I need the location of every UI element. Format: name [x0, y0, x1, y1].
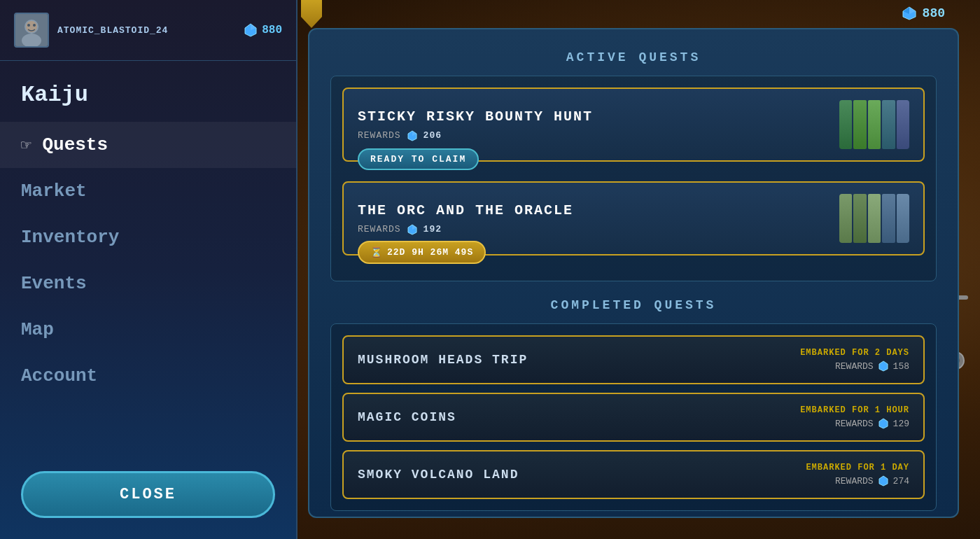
completed-title-1: MUSHROOM HEADS TRIP: [358, 353, 528, 367]
svg-point-8: [33, 24, 36, 27]
completed-title-2: MAGIC COINS: [358, 410, 456, 424]
sidebar-item-kaiju[interactable]: Kaiju: [0, 68, 296, 122]
ready-to-claim-badge[interactable]: READY TO CLAIM: [358, 148, 479, 170]
top-gem-area: 880: [902, 6, 945, 21]
sidebar-item-market[interactable]: Market: [0, 168, 296, 214]
thumb2-col-2: [853, 194, 866, 243]
sidebar-item-account[interactable]: Account: [0, 353, 296, 399]
rewards-value-1: 206: [424, 130, 442, 141]
hourglass-icon: ⏳: [370, 246, 383, 258]
embarked-label-2: EMBARKED FOR 1 HOUR: [800, 405, 909, 415]
quest-rewards-1: REWARDS 206: [358, 130, 828, 141]
main-content: ACTIVE QUESTS STICKY RISKY BOUNTY HUNT R…: [308, 28, 959, 518]
quest-card-1[interactable]: STICKY RISKY BOUNTY HUNT REWARDS 206 REA…: [342, 88, 925, 162]
completed-crystal-icon-2: [878, 418, 889, 429]
embarked-label-3: EMBARKED FOR 1 DAY: [806, 463, 909, 472]
reward-crystal-icon-1: [407, 130, 418, 141]
avatar-image: [15, 14, 48, 46]
completed-right-3: EMBARKED FOR 1 DAY REWARDS 274: [806, 463, 909, 486]
sidebar-item-inventory[interactable]: Inventory: [0, 214, 296, 260]
header-crystal-count: 880: [244, 23, 282, 37]
thumb-col-1: [839, 100, 852, 149]
sidebar-item-map[interactable]: Map: [0, 307, 296, 353]
events-label: Events: [21, 273, 87, 294]
quest-title-2: THE ORC AND THE ORACLE: [358, 202, 828, 218]
quests-icon: ☞: [21, 135, 31, 155]
header-crystal-num: 880: [262, 24, 282, 36]
completed-crystal-icon-3: [878, 475, 889, 486]
quest-title-1: STICKY RISKY BOUNTY HUNT: [358, 108, 828, 125]
sidebar-item-events[interactable]: Events: [0, 260, 296, 307]
completed-rewards-1: REWARDS 158: [800, 360, 909, 372]
completed-rewards-2: REWARDS 129: [800, 418, 909, 429]
completed-card-1[interactable]: MUSHROOM HEADS TRIP EMBARKED FOR 2 DAYS …: [342, 335, 925, 384]
quests-label: Quests: [42, 134, 108, 155]
sidebar-item-quests[interactable]: ☞ Quests: [0, 122, 296, 168]
thumb2-col-1: [839, 194, 852, 243]
map-label: Map: [21, 319, 54, 340]
completed-card-2[interactable]: MAGIC COINS EMBARKED FOR 1 HOUR REWARDS …: [342, 393, 925, 442]
svg-marker-17: [879, 476, 888, 486]
completed-rewards-3: REWARDS 274: [806, 475, 909, 486]
completed-rewards-value-1: 158: [893, 361, 909, 372]
completed-rewards-text-2: REWARDS: [835, 419, 874, 429]
completed-rewards-value-2: 129: [893, 419, 909, 429]
sidebar: ATOMIC_BLASTOID_24 880 Kaiju ☞ Quests Ma…: [0, 0, 298, 539]
quest-info-1: STICKY RISKY BOUNTY HUNT REWARDS 206: [358, 108, 828, 141]
completed-card-3[interactable]: SMOKY VOLCANO LAND EMBARKED FOR 1 DAY RE…: [342, 450, 925, 499]
user-header: ATOMIC_BLASTOID_24 880: [0, 0, 296, 61]
completed-right-2: EMBARKED FOR 1 HOUR REWARDS 129: [800, 405, 909, 429]
quest-thumbnail-2: [839, 194, 909, 243]
completed-rewards-text-3: REWARDS: [835, 476, 874, 486]
active-quests-container: STICKY RISKY BOUNTY HUNT REWARDS 206 REA…: [330, 76, 937, 281]
thumb-col-5: [897, 100, 909, 149]
inventory-label: Inventory: [21, 227, 119, 248]
kaiju-label: Kaiju: [21, 82, 88, 108]
rewards-label-1: REWARDS: [358, 130, 401, 141]
completed-rewards-text-1: REWARDS: [835, 361, 874, 372]
reward-crystal-icon-2: [407, 224, 418, 235]
completed-rewards-value-3: 274: [893, 476, 909, 486]
embarked-label-1: EMBARKED FOR 2 DAYS: [800, 348, 909, 358]
svg-point-7: [27, 24, 30, 27]
quest-rewards-2: REWARDS 192: [358, 224, 828, 235]
nav-section: Kaiju ☞ Quests Market Inventory Events M…: [0, 61, 296, 457]
top-crystal-icon: [902, 6, 917, 21]
thumb-col-2: [853, 100, 866, 149]
thumb2-col-4: [882, 194, 895, 243]
thumb-col-3: [868, 100, 881, 149]
active-quests-header: ACTIVE QUESTS: [330, 50, 937, 64]
thumb2-col-5: [897, 194, 909, 243]
timer-label: 22D 9H 26M 49S: [387, 247, 473, 258]
avatar: [14, 13, 49, 48]
quest-info-2: THE ORC AND THE ORACLE REWARDS 192: [358, 202, 828, 235]
timer-badge: ⏳ 22D 9H 26M 49S: [358, 241, 486, 264]
close-button[interactable]: CLOSE: [21, 471, 275, 518]
svg-marker-15: [879, 361, 888, 371]
rewards-label-2: REWARDS: [358, 224, 401, 234]
quest-card-2[interactable]: THE ORC AND THE ORACLE REWARDS 192: [342, 181, 925, 255]
quest-thumbnail-1: [839, 100, 909, 149]
completed-right-1: EMBARKED FOR 2 DAYS REWARDS 158: [800, 348, 909, 372]
rewards-value-2: 192: [424, 224, 442, 234]
thumb-col-4: [882, 100, 895, 149]
top-crystal-count: 880: [923, 6, 945, 20]
completed-quests-container: MUSHROOM HEADS TRIP EMBARKED FOR 2 DAYS …: [330, 323, 937, 511]
account-label: Account: [21, 365, 97, 386]
completed-quests-header: COMPLETED QUESTS: [330, 298, 937, 312]
completed-title-3: SMOKY VOLCANO LAND: [358, 468, 519, 482]
header-crystal-icon: [244, 23, 258, 37]
completed-crystal-icon-1: [878, 360, 889, 372]
thumb2-col-3: [868, 194, 881, 243]
username: ATOMIC_BLASTOID_24: [57, 25, 168, 36]
market-label: Market: [21, 181, 87, 202]
svg-marker-16: [879, 419, 888, 428]
